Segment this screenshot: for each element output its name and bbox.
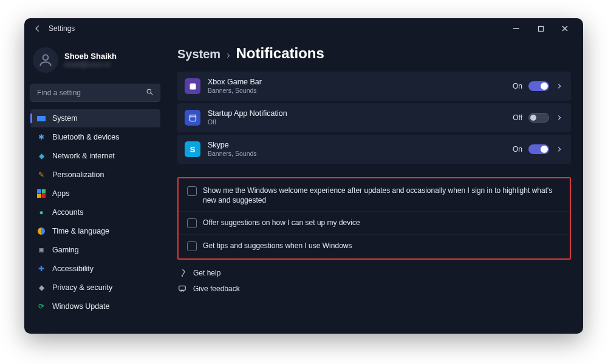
app-row-sub: Off — [208, 118, 505, 126]
svg-point-2 — [43, 55, 49, 60]
sidebar-item-gaming[interactable]: ◙Gaming — [30, 241, 160, 259]
minimize-button[interactable] — [504, 20, 528, 37]
sidebar-item-network[interactable]: ◆Network & internet — [30, 147, 160, 165]
toggle-state-label: On — [513, 82, 522, 90]
toggle-switch[interactable] — [528, 144, 549, 154]
sidebar-item-label: Windows Update — [52, 302, 110, 311]
svg-rect-8 — [179, 286, 186, 291]
give-feedback-link[interactable]: Give feedback — [177, 283, 571, 295]
sidebar-item-privacy[interactable]: ◆Privacy & security — [30, 278, 160, 297]
app-row-title: Skype — [208, 141, 505, 150]
app-row-title: Startup App Notification — [208, 109, 505, 119]
page-title: Notifications — [236, 45, 324, 62]
checkbox[interactable] — [187, 241, 197, 251]
app-row-startup[interactable]: Startup App Notification Off Off — [177, 103, 571, 132]
checkbox-row-tips[interactable]: Get tips and suggestions when I use Wind… — [179, 234, 570, 257]
avatar — [33, 47, 58, 73]
sidebar-item-label: Accounts — [52, 208, 83, 217]
close-button[interactable] — [553, 20, 577, 37]
system-icon — [36, 113, 46, 123]
maximize-button[interactable] — [528, 20, 553, 37]
additional-settings-highlight: Show me the Windows welcome experience a… — [177, 177, 571, 260]
sidebar-item-label: Apps — [52, 189, 70, 198]
main-content: System › Notifications Xbox Game Bar Ban… — [165, 39, 583, 334]
sidebar-item-label: Privacy & security — [52, 283, 112, 292]
app-notification-list: Xbox Game Bar Banners, Sounds On Startup… — [177, 72, 571, 164]
chevron-right-icon[interactable] — [555, 113, 564, 122]
app-row-sub: Banners, Sounds — [208, 150, 505, 158]
checkbox[interactable] — [187, 218, 197, 228]
feedback-icon — [177, 284, 187, 294]
titlebar: Settings — [24, 18, 583, 39]
app-row-xbox[interactable]: Xbox Game Bar Banners, Sounds On — [177, 72, 571, 101]
get-help-link[interactable]: Get help — [177, 267, 571, 279]
search-icon — [146, 88, 154, 98]
sidebar-item-label: Bluetooth & devices — [52, 133, 120, 141]
user-profile[interactable]: Shoeb Shaikh shoeb@xxxxx.xx — [30, 45, 160, 76]
app-row-title: Xbox Game Bar — [208, 78, 505, 87]
chevron-right-icon[interactable] — [555, 82, 564, 90]
chevron-right-icon[interactable] — [555, 145, 564, 153]
breadcrumb-parent[interactable]: System — [177, 47, 220, 61]
toggle-switch[interactable] — [528, 113, 549, 123]
chevron-right-icon: › — [227, 50, 230, 61]
globe-icon — [36, 226, 46, 236]
sidebar-item-time[interactable]: Time & language — [30, 222, 160, 240]
sidebar-item-label: System — [52, 114, 78, 123]
search-input[interactable] — [37, 89, 146, 97]
help-icon — [177, 268, 187, 278]
sidebar: Shoeb Shaikh shoeb@xxxxx.xx System ✱Blue… — [24, 39, 165, 334]
sidebar-item-accounts[interactable]: ●Accounts — [30, 203, 160, 221]
profile-email: shoeb@xxxxx.xx — [64, 61, 117, 69]
sidebar-item-label: Network & internet — [52, 152, 115, 160]
checkbox-label: Show me the Windows welcome experience a… — [203, 186, 561, 205]
profile-name: Shoeb Shaikh — [64, 52, 117, 61]
footer-link-label: Get help — [193, 269, 220, 277]
sidebar-item-apps[interactable]: Apps — [30, 184, 160, 203]
update-icon: ⟳ — [36, 302, 46, 311]
svg-rect-1 — [538, 26, 543, 31]
checkbox-label: Offer suggestions on how I can set up my… — [203, 218, 360, 228]
sidebar-item-personalization[interactable]: ✎Personalization — [30, 166, 160, 184]
skype-icon: S — [185, 141, 200, 157]
search-box[interactable] — [30, 84, 160, 102]
brush-icon: ✎ — [36, 170, 46, 180]
sidebar-item-label: Accessibility — [52, 265, 94, 273]
toggle-switch[interactable] — [528, 81, 549, 91]
apps-icon — [36, 189, 46, 198]
toggle-state-label: On — [513, 145, 522, 153]
sidebar-nav: System ✱Bluetooth & devices ◆Network & i… — [30, 109, 160, 315]
sidebar-item-accessibility[interactable]: ✚Accessibility — [30, 260, 160, 278]
shield-icon: ◆ — [36, 283, 46, 292]
app-row-skype[interactable]: S Skype Banners, Sounds On — [177, 135, 571, 164]
checkbox-row-suggestions[interactable]: Offer suggestions on how I can set up my… — [179, 211, 570, 234]
footer-link-label: Give feedback — [193, 285, 240, 293]
app-row-sub: Banners, Sounds — [208, 87, 505, 95]
toggle-state-label: Off — [513, 113, 522, 122]
back-icon[interactable] — [33, 24, 43, 33]
checkbox-label: Get tips and suggestions when I use Wind… — [203, 241, 352, 251]
breadcrumb: System › Notifications — [177, 45, 571, 62]
sidebar-item-label: Time & language — [52, 227, 109, 235]
svg-rect-6 — [190, 115, 196, 121]
gamepad-icon: ◙ — [36, 245, 46, 255]
xbox-icon — [185, 78, 200, 94]
svg-rect-5 — [190, 83, 196, 89]
svg-point-3 — [147, 89, 151, 93]
sidebar-item-system[interactable]: System — [30, 109, 160, 127]
checkbox[interactable] — [187, 186, 197, 196]
sidebar-item-update[interactable]: ⟳Windows Update — [30, 297, 160, 315]
accessibility-icon: ✚ — [36, 264, 46, 274]
settings-window: Settings Shoeb Shaikh shoeb@xxxxx.xx — [24, 18, 583, 334]
svg-point-7 — [182, 275, 182, 276]
footer-links: Get help Give feedback — [177, 267, 571, 295]
sidebar-item-label: Personalization — [52, 170, 104, 179]
window-title: Settings — [49, 24, 75, 33]
sidebar-item-bluetooth[interactable]: ✱Bluetooth & devices — [30, 128, 160, 146]
sidebar-item-label: Gaming — [52, 246, 79, 254]
bluetooth-icon: ✱ — [36, 132, 46, 142]
wifi-icon: ◆ — [36, 151, 46, 161]
startup-app-icon — [185, 110, 200, 126]
svg-line-4 — [151, 93, 152, 95]
checkbox-row-welcome[interactable]: Show me the Windows welcome experience a… — [179, 180, 570, 211]
